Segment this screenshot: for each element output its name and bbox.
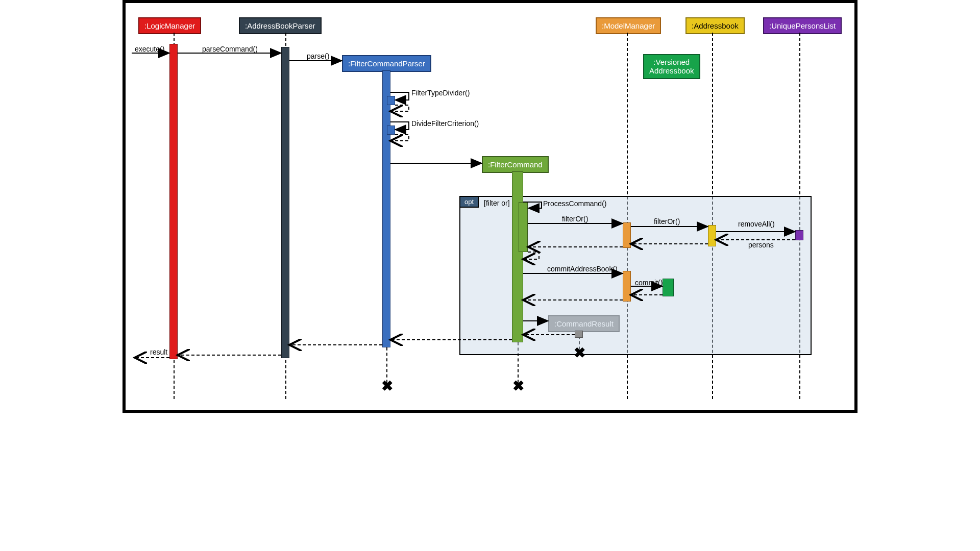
- lifeline-addressbook-parser: :AddressBookParser: [239, 17, 322, 34]
- activation-logic-manager: [169, 44, 178, 359]
- opt-operator: opt: [459, 196, 479, 208]
- sequence-diagram: :LogicManager :AddressBookParser :Filter…: [122, 0, 857, 413]
- msg-persons: persons: [748, 241, 774, 249]
- activation-fcp-self2: [387, 126, 395, 135]
- activation-versioned-ab: [663, 279, 674, 296]
- msg-filter-or-2: filterOr(): [654, 217, 680, 226]
- lifeline-unique-persons-list: :UniquePersonsList: [763, 17, 842, 34]
- destroy-icon: ✖: [512, 378, 524, 394]
- msg-commit-addressbook: commitAddressBook(): [547, 265, 618, 273]
- msg-filter-or-1: filterOr(): [562, 215, 588, 223]
- msg-parse: parse(): [307, 52, 329, 60]
- activation-model-manager-2: [623, 271, 631, 302]
- msg-divide-filter-criterion: DivideFilterCriterion(): [411, 119, 479, 128]
- msg-process-command: ProcessCommand(): [543, 199, 606, 208]
- activation-model-manager-1: [623, 222, 631, 248]
- lifeline-label: :ModelManager: [602, 21, 655, 30]
- activation-command-result: [575, 331, 583, 338]
- lifeline-addressbook: :Addressbook: [685, 17, 745, 34]
- msg-filter-type-divider: FilterTypeDivider(): [411, 89, 470, 97]
- lifeline-label: :Addressbook: [692, 21, 739, 30]
- lifeline-label: :VersionedAddressbook: [649, 58, 694, 75]
- lifeline-label: :UniquePersonsList: [769, 21, 836, 30]
- lifeline-filter-command-parser: :FilterCommandParser: [342, 55, 431, 72]
- lifeline-label: :FilterCommandParser: [348, 59, 425, 68]
- msg-commit: commit(): [635, 279, 663, 287]
- destroy-icon: ✖: [574, 344, 585, 361]
- lifeline-label: :AddressBookParser: [245, 21, 315, 30]
- lifeline-model-manager: :ModelManager: [596, 17, 661, 34]
- lifeline-label: :LogicManager: [144, 21, 195, 30]
- activation-addressbook-1: [708, 225, 716, 246]
- activation-fcp-self1: [387, 96, 395, 105]
- msg-result: result: [150, 348, 167, 356]
- lifeline-versioned-addressbook: :VersionedAddressbook: [643, 54, 700, 79]
- destroy-icon: ✖: [381, 378, 393, 394]
- activation-addressbook-parser: [281, 47, 289, 358]
- msg-remove-all: removeAll(): [738, 220, 775, 228]
- opt-guard: [filter or]: [484, 199, 510, 207]
- activation-filter-command: [512, 171, 523, 342]
- activation-filter-command-parser: [382, 70, 390, 347]
- lifeline-logic-manager: :LogicManager: [138, 17, 201, 34]
- activation-unique-persons: [795, 230, 803, 240]
- lifeline-filter-command: :FilterCommand: [482, 156, 549, 173]
- activation-fc-process: [519, 202, 528, 252]
- msg-parse-command: parseCommand(): [202, 45, 258, 53]
- msg-execute: execute(): [135, 45, 164, 53]
- lifeline-label: :FilterCommand: [488, 160, 543, 169]
